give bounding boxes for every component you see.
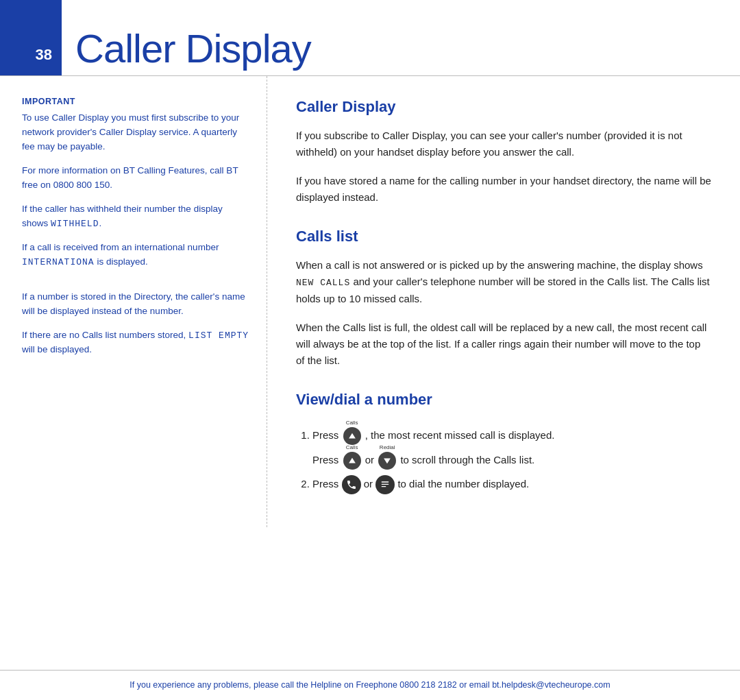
- section1-para2: If you have stored a name for the callin…: [296, 173, 711, 206]
- sidebar: IMPORTANT To use Caller Display you must…: [0, 76, 267, 527]
- withheld-mono: WITHHELD: [51, 219, 99, 229]
- sidebar-para2: For more information on BT Calling Featu…: [22, 164, 250, 193]
- important-label: IMPORTANT: [22, 95, 250, 108]
- phone-button: [342, 475, 361, 494]
- step1c-text: to scroll through the Calls list.: [400, 454, 534, 466]
- steps-list: Press Calls , the most recent missed cal…: [296, 420, 711, 494]
- section1-heading: Caller Display: [296, 95, 711, 118]
- international-mono: INTERNATIONA: [22, 257, 95, 267]
- footer: If you experience any problems, please c…: [0, 670, 740, 700]
- redial-button: [378, 452, 396, 470]
- section2-heading: Calls list: [296, 225, 711, 248]
- section-view-dial: View/dial a number Press Calls , the mos…: [296, 388, 711, 494]
- redial-label: Redial: [378, 445, 396, 450]
- step1a-text: , the most recent missed call is display…: [365, 429, 555, 441]
- header: 38 Caller Display: [0, 0, 740, 75]
- calls-button-2: [343, 452, 361, 470]
- sidebar-para4: If a call is received from an internatio…: [22, 241, 250, 269]
- main-content: IMPORTANT To use Caller Display you must…: [0, 76, 740, 527]
- page-title: Caller Display: [75, 29, 311, 69]
- svg-rect-3: [382, 481, 389, 482]
- calls-label-1: Calls: [343, 420, 361, 426]
- step2c-text: to dial the number displayed.: [397, 478, 529, 490]
- sidebar-para1: To use Caller Display you must first sub…: [22, 111, 250, 154]
- redial-button-wrap: Redial: [378, 445, 396, 470]
- svg-marker-0: [349, 433, 356, 439]
- sidebar-para3: If the caller has withheld their number …: [22, 202, 250, 231]
- list-empty-mono: LIST EMPTY: [188, 330, 249, 341]
- calls-label-2: Calls: [343, 445, 361, 450]
- footer-text: If you experience any problems, please c…: [130, 680, 610, 690]
- section1-para1: If you subscribe to Caller Display, you …: [296, 128, 711, 160]
- section-calls-list: Calls list When a call is not answered o…: [296, 225, 711, 369]
- step2b-text: or: [364, 478, 373, 490]
- calls-button-wrap-2: Calls: [343, 445, 361, 470]
- section2-para2: When the Calls list is full, the oldest …: [296, 319, 711, 369]
- step2a-text: Press: [312, 478, 338, 490]
- step1b-text: or: [365, 454, 374, 466]
- step-2: Press or to dial the num: [312, 475, 711, 494]
- svg-marker-1: [349, 458, 356, 463]
- svg-rect-5: [382, 486, 386, 487]
- step-1: Press Calls , the most recent missed cal…: [312, 420, 711, 470]
- section-caller-display: Caller Display If you subscribe to Calle…: [296, 95, 711, 206]
- svg-rect-4: [382, 484, 389, 485]
- content-area: Caller Display If you subscribe to Calle…: [267, 76, 740, 527]
- dial-button: [375, 475, 395, 494]
- title-box: Caller Display: [62, 0, 740, 75]
- section3-heading: View/dial a number: [296, 388, 711, 411]
- svg-marker-2: [384, 458, 391, 463]
- sidebar-para5: If a number is stored in the Directory, …: [22, 290, 250, 319]
- calls-button-wrap-1: Calls: [343, 420, 361, 445]
- sidebar-bottom: If a number is stored in the Directory, …: [22, 290, 250, 357]
- new-calls-mono: NEW CALLS: [296, 278, 350, 288]
- sidebar-para6: If there are no Calls list numbers store…: [22, 328, 250, 357]
- page-number: 38: [0, 0, 62, 75]
- calls-button-1: [343, 427, 361, 445]
- section2-para1: When a call is not answered or is picked…: [296, 257, 711, 307]
